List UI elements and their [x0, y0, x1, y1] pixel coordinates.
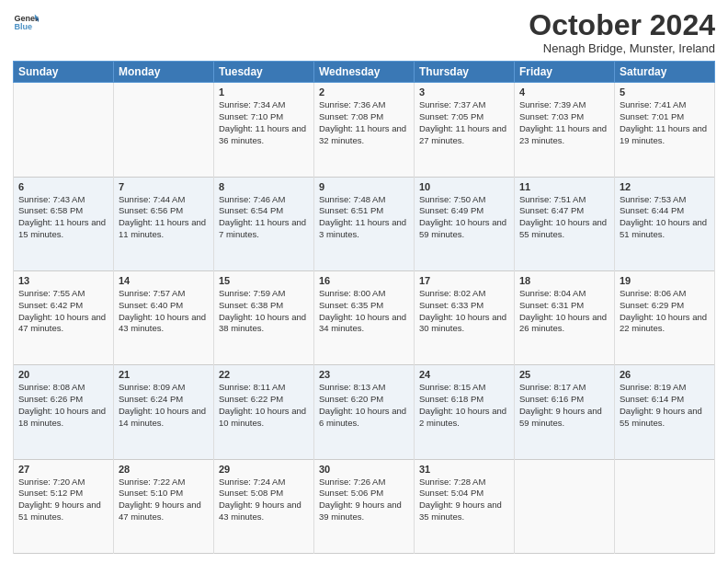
day-number: 15 — [219, 275, 309, 286]
day-cell: 6Sunrise: 7:43 AM Sunset: 6:58 PM Daylig… — [14, 177, 114, 270]
day-info: Sunrise: 7:28 AM Sunset: 5:04 PM Dayligh… — [419, 477, 509, 523]
day-info: Sunrise: 7:24 AM Sunset: 5:08 PM Dayligh… — [219, 477, 309, 523]
day-number: 18 — [519, 275, 609, 286]
day-cell — [615, 459, 715, 553]
day-number: 2 — [319, 86, 409, 98]
day-number: 31 — [419, 464, 509, 475]
day-number: 25 — [519, 369, 609, 380]
day-number: 8 — [219, 181, 309, 192]
calendar-table: SundayMondayTuesdayWednesdayThursdayFrid… — [13, 61, 715, 554]
day-cell: 7Sunrise: 7:44 AM Sunset: 6:56 PM Daylig… — [114, 177, 214, 270]
day-number: 13 — [18, 275, 108, 286]
day-info: Sunrise: 7:34 AM Sunset: 7:10 PM Dayligh… — [219, 99, 309, 146]
day-number: 20 — [18, 369, 108, 380]
svg-text:Blue: Blue — [14, 22, 32, 31]
page-header: General Blue October 2024 Nenagh Bridge,… — [13, 9, 715, 55]
day-info: Sunrise: 7:57 AM Sunset: 6:40 PM Dayligh… — [119, 288, 209, 335]
day-number: 27 — [18, 464, 108, 475]
day-cell: 16Sunrise: 8:00 AM Sunset: 6:35 PM Dayli… — [314, 270, 415, 364]
day-info: Sunrise: 7:51 AM Sunset: 6:47 PM Dayligh… — [519, 194, 609, 241]
day-number: 16 — [319, 275, 409, 286]
day-info: Sunrise: 7:55 AM Sunset: 6:42 PM Dayligh… — [18, 288, 108, 335]
day-cell: 12Sunrise: 7:53 AM Sunset: 6:44 PM Dayli… — [615, 177, 715, 270]
day-info: Sunrise: 7:59 AM Sunset: 6:38 PM Dayligh… — [219, 288, 309, 335]
day-info: Sunrise: 7:39 AM Sunset: 7:03 PM Dayligh… — [519, 99, 609, 146]
week-row-2: 6Sunrise: 7:43 AM Sunset: 6:58 PM Daylig… — [14, 177, 715, 270]
header-monday: Monday — [114, 62, 214, 83]
day-cell: 4Sunrise: 7:39 AM Sunset: 7:03 PM Daylig… — [515, 83, 615, 177]
header-saturday: Saturday — [615, 62, 715, 83]
day-cell: 21Sunrise: 8:09 AM Sunset: 6:24 PM Dayli… — [114, 365, 214, 459]
day-info: Sunrise: 8:06 AM Sunset: 6:29 PM Dayligh… — [620, 288, 710, 335]
week-row-5: 27Sunrise: 7:20 AM Sunset: 5:12 PM Dayli… — [14, 459, 715, 553]
day-info: Sunrise: 8:02 AM Sunset: 6:33 PM Dayligh… — [419, 288, 509, 335]
day-number: 4 — [519, 86, 609, 98]
day-number: 30 — [319, 464, 409, 475]
header-friday: Friday — [515, 62, 615, 83]
day-info: Sunrise: 7:37 AM Sunset: 7:05 PM Dayligh… — [419, 99, 509, 146]
day-info: Sunrise: 8:00 AM Sunset: 6:35 PM Dayligh… — [319, 288, 409, 335]
day-cell: 23Sunrise: 8:13 AM Sunset: 6:20 PM Dayli… — [314, 365, 415, 459]
day-cell: 27Sunrise: 7:20 AM Sunset: 5:12 PM Dayli… — [14, 459, 114, 553]
day-cell: 8Sunrise: 7:46 AM Sunset: 6:54 PM Daylig… — [214, 177, 314, 270]
title-block: October 2024 Nenagh Bridge, Munster, Ire… — [529, 9, 715, 55]
day-info: Sunrise: 8:04 AM Sunset: 6:31 PM Dayligh… — [519, 288, 609, 335]
day-number: 28 — [119, 464, 209, 475]
day-info: Sunrise: 7:50 AM Sunset: 6:49 PM Dayligh… — [419, 194, 509, 241]
day-cell: 17Sunrise: 8:02 AM Sunset: 6:33 PM Dayli… — [415, 270, 515, 364]
calendar-header-row: SundayMondayTuesdayWednesdayThursdayFrid… — [14, 62, 715, 83]
day-cell: 31Sunrise: 7:28 AM Sunset: 5:04 PM Dayli… — [415, 459, 515, 553]
day-number: 23 — [319, 369, 409, 380]
day-cell: 1Sunrise: 7:34 AM Sunset: 7:10 PM Daylig… — [214, 83, 314, 177]
day-cell: 22Sunrise: 8:11 AM Sunset: 6:22 PM Dayli… — [214, 365, 314, 459]
day-info: Sunrise: 7:20 AM Sunset: 5:12 PM Dayligh… — [18, 477, 108, 523]
day-number: 3 — [419, 86, 509, 98]
day-info: Sunrise: 8:13 AM Sunset: 6:20 PM Dayligh… — [319, 382, 409, 429]
day-info: Sunrise: 7:53 AM Sunset: 6:44 PM Dayligh… — [620, 194, 710, 241]
day-number: 10 — [419, 181, 509, 192]
header-thursday: Thursday — [415, 62, 515, 83]
day-number: 5 — [620, 86, 710, 98]
week-row-1: 1Sunrise: 7:34 AM Sunset: 7:10 PM Daylig… — [14, 83, 715, 177]
day-info: Sunrise: 7:26 AM Sunset: 5:06 PM Dayligh… — [319, 477, 409, 523]
day-cell — [14, 83, 114, 177]
day-info: Sunrise: 8:17 AM Sunset: 6:16 PM Dayligh… — [519, 382, 609, 429]
day-number: 9 — [319, 181, 409, 192]
day-number: 12 — [620, 181, 710, 192]
week-row-4: 20Sunrise: 8:08 AM Sunset: 6:26 PM Dayli… — [14, 365, 715, 459]
day-number: 21 — [119, 369, 209, 380]
header-sunday: Sunday — [14, 62, 114, 83]
day-cell: 29Sunrise: 7:24 AM Sunset: 5:08 PM Dayli… — [214, 459, 314, 553]
logo: General Blue — [13, 9, 39, 35]
day-cell: 3Sunrise: 7:37 AM Sunset: 7:05 PM Daylig… — [415, 83, 515, 177]
day-cell: 13Sunrise: 7:55 AM Sunset: 6:42 PM Dayli… — [14, 270, 114, 364]
week-row-3: 13Sunrise: 7:55 AM Sunset: 6:42 PM Dayli… — [14, 270, 715, 364]
header-wednesday: Wednesday — [314, 62, 415, 83]
day-info: Sunrise: 8:11 AM Sunset: 6:22 PM Dayligh… — [219, 382, 309, 429]
day-cell: 5Sunrise: 7:41 AM Sunset: 7:01 PM Daylig… — [615, 83, 715, 177]
day-cell: 25Sunrise: 8:17 AM Sunset: 6:16 PM Dayli… — [515, 365, 615, 459]
day-info: Sunrise: 7:48 AM Sunset: 6:51 PM Dayligh… — [319, 194, 409, 241]
day-number: 14 — [119, 275, 209, 286]
day-info: Sunrise: 7:46 AM Sunset: 6:54 PM Dayligh… — [219, 194, 309, 241]
day-number: 22 — [219, 369, 309, 380]
day-info: Sunrise: 8:19 AM Sunset: 6:14 PM Dayligh… — [620, 382, 710, 429]
day-cell: 30Sunrise: 7:26 AM Sunset: 5:06 PM Dayli… — [314, 459, 415, 553]
day-info: Sunrise: 8:09 AM Sunset: 6:24 PM Dayligh… — [119, 382, 209, 429]
day-cell: 11Sunrise: 7:51 AM Sunset: 6:47 PM Dayli… — [515, 177, 615, 270]
day-cell: 14Sunrise: 7:57 AM Sunset: 6:40 PM Dayli… — [114, 270, 214, 364]
day-cell: 20Sunrise: 8:08 AM Sunset: 6:26 PM Dayli… — [14, 365, 114, 459]
day-info: Sunrise: 7:43 AM Sunset: 6:58 PM Dayligh… — [18, 194, 108, 241]
day-cell: 18Sunrise: 8:04 AM Sunset: 6:31 PM Dayli… — [515, 270, 615, 364]
day-cell — [114, 83, 214, 177]
location: Nenagh Bridge, Munster, Ireland — [529, 41, 715, 55]
day-info: Sunrise: 7:22 AM Sunset: 5:10 PM Dayligh… — [119, 477, 209, 523]
day-cell: 19Sunrise: 8:06 AM Sunset: 6:29 PM Dayli… — [615, 270, 715, 364]
day-number: 26 — [620, 369, 710, 380]
day-cell: 2Sunrise: 7:36 AM Sunset: 7:08 PM Daylig… — [314, 83, 415, 177]
month-title: October 2024 — [529, 9, 715, 41]
day-cell — [515, 459, 615, 553]
day-number: 17 — [419, 275, 509, 286]
day-number: 1 — [219, 86, 309, 98]
day-info: Sunrise: 8:08 AM Sunset: 6:26 PM Dayligh… — [18, 382, 108, 429]
